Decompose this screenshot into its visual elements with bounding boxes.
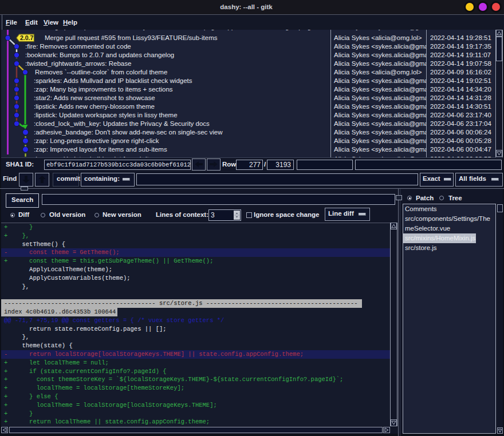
svg-text:2.0.7: 2.0.7 xyxy=(20,34,34,41)
